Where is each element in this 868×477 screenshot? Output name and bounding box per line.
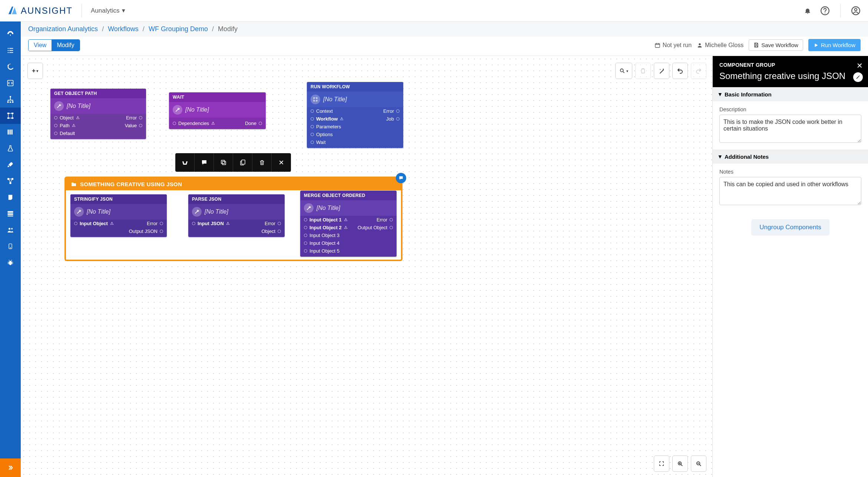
divider xyxy=(840,4,841,17)
help-icon[interactable] xyxy=(820,6,830,16)
org-dropdown-label: Aunalytics xyxy=(91,7,119,14)
caret-down-icon: ▾ xyxy=(122,7,125,14)
top-header: AUNSIGHT Aunalytics ▾ xyxy=(0,0,868,22)
top-right xyxy=(804,4,861,17)
brand-logo-icon xyxy=(7,6,18,16)
svg-point-1 xyxy=(825,12,825,13)
brand-text: AUNSIGHT xyxy=(21,6,73,16)
notifications-icon[interactable] xyxy=(804,7,811,14)
svg-point-3 xyxy=(855,8,857,11)
org-dropdown[interactable]: Aunalytics ▾ xyxy=(91,7,125,14)
brand: AUNSIGHT xyxy=(7,6,73,16)
user-account-icon[interactable] xyxy=(851,6,861,16)
divider xyxy=(82,4,82,17)
